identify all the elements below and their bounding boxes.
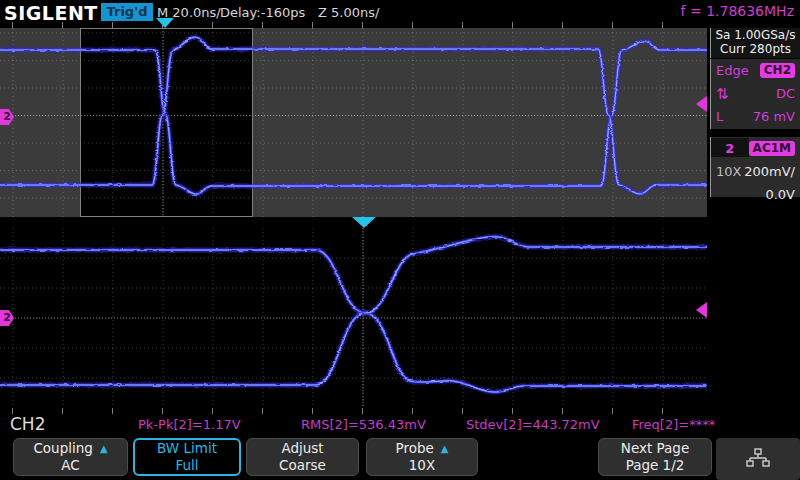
trigger-info-box[interactable]: Edge CH2 ⇅ DC L 76 mV — [710, 59, 800, 129]
probe-button-label: Probe — [396, 440, 434, 457]
bw-limit-button[interactable]: BW Limit Full — [133, 438, 241, 476]
coupling-button-label: Coupling — [33, 440, 92, 457]
measurement-rms: RMS[2]=536.43mV — [301, 417, 426, 432]
zoom-timebase-readout: Z 5.00ns/ — [318, 5, 379, 20]
popup-arrow-icon: ▲ — [441, 440, 449, 457]
zoom-waveform-plot — [0, 228, 707, 408]
main-waveform-plot — [0, 28, 707, 217]
channel2-info-box[interactable]: 2 AC1M 10X 200mV/ 0.0V — [710, 137, 800, 197]
acquisition-info-box: Sa 1.00GSa/s Curr 280pts — [710, 28, 800, 58]
probe-button[interactable]: Probe ▲ 10X — [366, 438, 478, 476]
panel-divider — [0, 217, 707, 228]
measurement-bar: CH2 Pk-Pk[2]=1.17V RMS[2]=536.43mV Stdev… — [0, 414, 800, 437]
trigger-level-icon-main[interactable] — [696, 96, 707, 112]
trigger-level-label: L — [716, 109, 723, 124]
trigger-type: Edge — [716, 63, 749, 78]
next-page-button-label: Next Page — [621, 440, 689, 457]
waveform-panel-zoom — [0, 228, 707, 408]
measurement-stdev: Stdev[2]=443.72mV — [466, 417, 600, 432]
probe-button-value: 10X — [409, 457, 435, 474]
measurement-pkpk: Pk-Pk[2]=1.17V — [138, 417, 241, 432]
zoom-trigger-position-icon[interactable] — [352, 217, 376, 228]
waveform-panel-main — [0, 28, 707, 217]
bw-limit-button-label: BW Limit — [157, 440, 217, 457]
adjust-button-label: Adjust — [281, 440, 323, 457]
active-channel-label: CH2 — [10, 414, 45, 434]
adjust-button-value: Coarse — [279, 457, 326, 474]
brand-logo: SIGLENT — [4, 2, 98, 24]
popup-arrow-icon: ▲ — [100, 440, 108, 457]
frequency-counter: f = 1.78636MHz — [681, 3, 794, 19]
channel2-coupling-badge: AC1M — [749, 141, 795, 156]
channel2-offset: 0.0V — [765, 187, 795, 202]
trigger-level-icon-zoom[interactable] — [696, 302, 707, 318]
oscilloscope-screen: SIGLENT Trig'd M 20.0ns/ Delay:-160ps Z … — [0, 0, 800, 480]
delay-readout: Delay:-160ps — [220, 5, 305, 20]
memory-depth: Curr 280pts — [711, 42, 800, 56]
trigger-position-icon[interactable] — [156, 18, 174, 28]
measurement-freq: Freq[2]=**** — [632, 417, 715, 432]
coupling-button[interactable]: Coupling ▲ AC — [13, 438, 128, 476]
network-status-panel[interactable] — [716, 438, 800, 480]
trigger-coupling: DC — [776, 86, 795, 101]
next-page-button-value: Page 1/2 — [626, 457, 685, 474]
trigger-level-value: 76 mV — [753, 109, 795, 124]
bw-limit-button-value: Full — [175, 457, 198, 474]
trigger-status-badge: Trig'd — [101, 3, 153, 21]
coupling-button-value: AC — [61, 457, 79, 474]
next-page-button[interactable]: Next Page Page 1/2 — [598, 438, 712, 476]
channel2-number-tab: 2 — [711, 138, 749, 157]
channel2-probe: 10X — [716, 164, 741, 179]
adjust-button[interactable]: Adjust Coarse — [246, 438, 359, 476]
channel2-scale: 200mV/ — [744, 164, 795, 179]
network-icon — [746, 447, 770, 471]
sample-rate: Sa 1.00GSa/s — [711, 28, 800, 42]
trigger-slope-icon: ⇅ — [716, 85, 729, 103]
trigger-source-badge: CH2 — [760, 63, 795, 78]
